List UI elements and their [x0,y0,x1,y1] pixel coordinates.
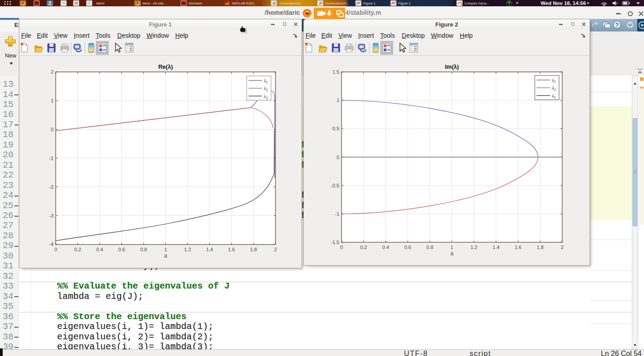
svg-text:Re(λ): Re(λ) [158,63,173,70]
svg-text:1: 1 [337,98,339,103]
svg-text:a: a [450,250,453,257]
svg-text:0.4: 0.4 [382,245,389,250]
svg-text:-2: -2 [49,184,53,190]
svg-text:1.8: 1.8 [537,245,543,250]
svg-text:0.6: 0.6 [118,247,125,252]
svg-text:1.5: 1.5 [333,69,339,75]
svg-text:-1: -1 [335,211,339,217]
svg-text:2: 2 [274,247,277,252]
svg-text:0.8: 0.8 [140,247,147,252]
svg-text:0.2: 0.2 [74,247,81,252]
svg-text:1.2: 1.2 [471,245,477,250]
svg-text:1: 1 [450,245,453,250]
svg-text:0.6: 0.6 [404,245,411,250]
svg-text:1.4: 1.4 [493,245,499,250]
svg-text:-1.5: -1.5 [331,240,339,245]
svg-text:1.8: 1.8 [250,247,257,252]
svg-text:-1: -1 [49,156,53,161]
svg-text:-0.5: -0.5 [331,183,339,188]
svg-text:0.2: 0.2 [360,245,367,250]
svg-text:0: 0 [337,155,339,160]
svg-text:0.8: 0.8 [426,245,433,250]
svg-text:2: 2 [561,245,564,250]
svg-text:1: 1 [164,247,167,252]
svg-text:-3: -3 [49,213,53,218]
svg-text:2: 2 [51,69,53,75]
svg-text:Im(λ): Im(λ) [445,63,459,70]
svg-text:0.4: 0.4 [96,247,103,252]
svg-text:1.2: 1.2 [184,247,191,252]
svg-text:0: 0 [54,247,57,252]
svg-text:1.6: 1.6 [515,245,521,250]
svg-text:0: 0 [51,127,53,132]
svg-text:-4: -4 [49,241,53,247]
svg-text:1: 1 [51,98,53,103]
svg-text:0.5: 0.5 [333,126,339,131]
svg-text:1.4: 1.4 [206,247,213,252]
svg-text:a: a [164,253,167,259]
svg-text:0: 0 [340,245,343,250]
svg-text:1.6: 1.6 [228,247,235,252]
svg-text:?: ? [615,22,618,28]
